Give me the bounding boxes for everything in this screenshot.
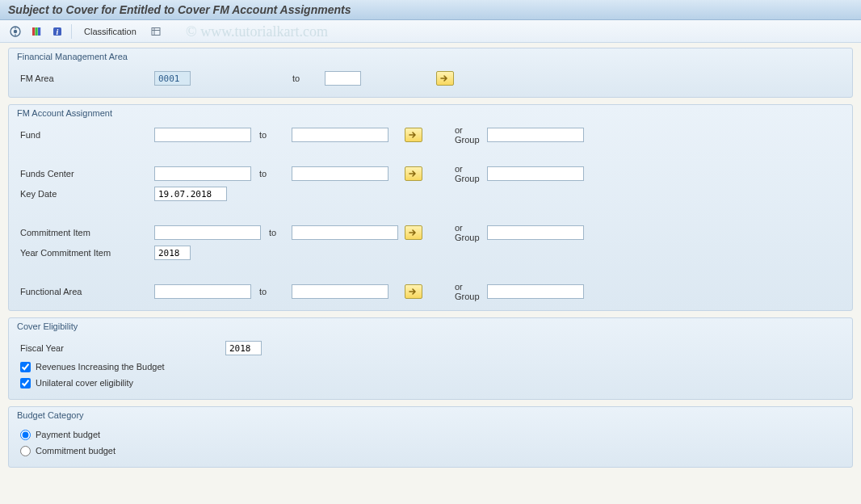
fm-area-to-input[interactable] <box>325 71 361 86</box>
fm-area-label: FM Area <box>17 74 154 83</box>
or-group-label: or Group <box>422 282 487 301</box>
svg-rect-5 <box>36 27 38 36</box>
fiscal-year-label: Fiscal Year <box>17 343 225 353</box>
toolbar: i Classification © www.tutorialkart.com <box>0 20 861 43</box>
functional-area-label: Functional Area <box>17 287 154 296</box>
commitment-budget-radio-row[interactable]: Commitment budget <box>17 443 844 459</box>
or-group-label: or Group <box>422 125 487 145</box>
commitment-budget-label: Commitment budget <box>36 446 116 456</box>
fund-label: Fund <box>17 130 154 140</box>
commitment-item-to-input[interactable] <box>292 225 398 240</box>
layout-icon[interactable] <box>147 23 165 40</box>
to-label: to <box>251 169 292 178</box>
revenues-checkbox[interactable] <box>20 362 31 372</box>
functional-area-from-input[interactable] <box>154 284 251 299</box>
year-commitment-item-label: Year Commitment Item <box>17 248 154 258</box>
fund-to-input[interactable] <box>292 128 388 142</box>
payment-budget-radio[interactable] <box>20 430 31 440</box>
commitment-item-from-input[interactable] <box>154 225 261 240</box>
unilateral-checkbox-row[interactable]: Unilateral cover eligibility <box>17 375 844 391</box>
group-budget-category: Budget Category Payment budget Commitmen… <box>8 406 853 468</box>
to-label: to <box>284 74 325 83</box>
window-title: Subject to Cover for Entitled to Cover F… <box>0 0 861 20</box>
group-title-fm-area: Financial Management Area <box>9 48 852 65</box>
or-group-label: or Group <box>422 164 487 183</box>
revenues-checkbox-label: Revenues Increasing the Budget <box>36 362 165 372</box>
fm-area-multi-select-button[interactable] <box>436 71 454 86</box>
group-fm-account-assignment: FM Account Assignment Fund to or Group F… <box>8 104 853 311</box>
svg-rect-6 <box>38 27 40 36</box>
functional-area-to-input[interactable] <box>292 284 388 299</box>
execute-icon[interactable] <box>6 23 24 40</box>
or-group-label: or Group <box>422 223 487 242</box>
funds-center-group-input[interactable] <box>487 166 584 181</box>
payment-budget-radio-row[interactable]: Payment budget <box>17 426 844 443</box>
funds-center-from-input[interactable] <box>154 166 251 181</box>
to-label: to <box>261 228 292 237</box>
key-date-input[interactable] <box>154 187 227 201</box>
unilateral-checkbox[interactable] <box>20 378 31 388</box>
group-fm-area: Financial Management Area FM Area to <box>8 48 853 98</box>
funds-center-multi-select-button[interactable] <box>405 166 422 181</box>
commitment-item-group-input[interactable] <box>487 225 584 240</box>
commitment-budget-radio[interactable] <box>20 446 31 456</box>
unilateral-checkbox-label: Unilateral cover eligibility <box>36 378 133 388</box>
svg-point-1 <box>14 29 17 32</box>
revenues-checkbox-row[interactable]: Revenues Increasing the Budget <box>17 359 844 375</box>
svg-rect-4 <box>32 27 35 36</box>
payment-budget-label: Payment budget <box>36 430 100 439</box>
svg-rect-9 <box>152 27 160 35</box>
funds-center-to-input[interactable] <box>292 166 388 181</box>
to-label: to <box>251 287 292 296</box>
commitment-item-multi-select-button[interactable] <box>405 225 422 240</box>
funds-center-label: Funds Center <box>17 169 154 178</box>
main-container: Financial Management Area FM Area to FM … <box>0 43 861 482</box>
info-icon[interactable]: i <box>48 23 66 40</box>
fund-group-input[interactable] <box>487 128 584 142</box>
to-label: to <box>251 130 292 140</box>
key-date-label: Key Date <box>17 189 154 199</box>
year-commitment-item-input[interactable] <box>154 246 191 260</box>
svg-text:i: i <box>57 27 59 36</box>
commitment-item-label: Commitment Item <box>17 228 154 237</box>
toolbar-separator <box>71 24 72 39</box>
group-cover-eligibility: Cover Eligibility Fiscal Year Revenues I… <box>8 317 853 400</box>
functional-area-group-input[interactable] <box>487 284 584 299</box>
group-title-cover-eligibility: Cover Eligibility <box>9 318 852 334</box>
fiscal-year-input[interactable] <box>225 341 262 355</box>
fund-from-input[interactable] <box>154 128 251 142</box>
group-title-fm-account-assignment: FM Account Assignment <box>9 105 852 121</box>
fm-area-from-input[interactable] <box>154 71 191 86</box>
fund-multi-select-button[interactable] <box>405 128 422 142</box>
group-title-budget-category: Budget Category <box>9 407 852 423</box>
variant-icon[interactable] <box>27 23 45 40</box>
functional-area-multi-select-button[interactable] <box>405 284 422 299</box>
classification-button[interactable]: Classification <box>77 24 144 39</box>
watermark: © www.tutorialkart.com <box>186 23 328 40</box>
